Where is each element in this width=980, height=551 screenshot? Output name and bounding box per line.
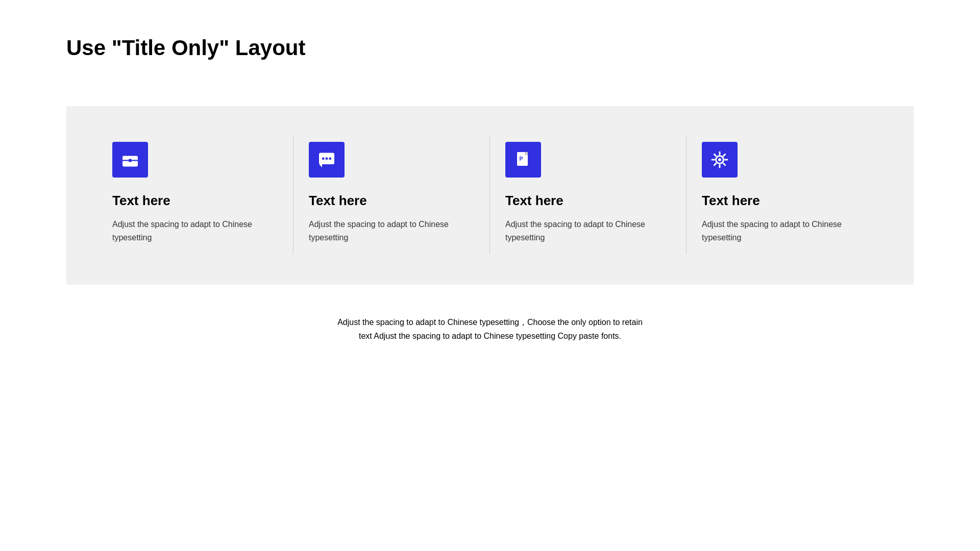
svg-rect-4 <box>322 158 325 160</box>
footer: Adjust the spacing to adapt to Chinese t… <box>0 315 980 343</box>
card-3-text: Adjust the spacing to adapt to Chinese t… <box>505 218 671 244</box>
card-4-title: Text here <box>702 193 868 209</box>
svg-rect-8 <box>525 152 528 155</box>
settings-icon <box>702 142 738 178</box>
card-1-text: Adjust the spacing to adapt to Chinese t… <box>112 218 278 244</box>
card-4-text: Adjust the spacing to adapt to Chinese t… <box>702 218 868 244</box>
footer-line1: Adjust the spacing to adapt to Chinese t… <box>0 315 980 329</box>
svg-text:P: P <box>520 156 523 162</box>
svg-rect-2 <box>129 159 132 162</box>
svg-rect-5 <box>326 158 328 160</box>
card-2: Text here Adjust the spacing to adapt to… <box>293 132 490 259</box>
cards-container: Text here Adjust the spacing to adapt to… <box>66 106 914 285</box>
card-3-title: Text here <box>505 193 671 209</box>
briefcase-icon <box>112 142 148 178</box>
card-3: P Text here Adjust the spacing to adapt … <box>490 132 687 259</box>
svg-point-11 <box>718 158 721 161</box>
card-1: Text here Adjust the spacing to adapt to… <box>97 132 293 259</box>
card-2-title: Text here <box>309 193 475 209</box>
card-2-text: Adjust the spacing to adapt to Chinese t… <box>309 218 475 244</box>
document-icon: P <box>505 142 541 178</box>
card-1-title: Text here <box>112 193 278 209</box>
svg-rect-6 <box>329 158 332 160</box>
footer-line2: text Adjust the spacing to adapt to Chin… <box>0 329 980 343</box>
page-title: Use "Title Only" Layout <box>0 0 980 60</box>
card-4: Text here Adjust the spacing to adapt to… <box>687 132 883 259</box>
chat-icon <box>309 142 345 178</box>
